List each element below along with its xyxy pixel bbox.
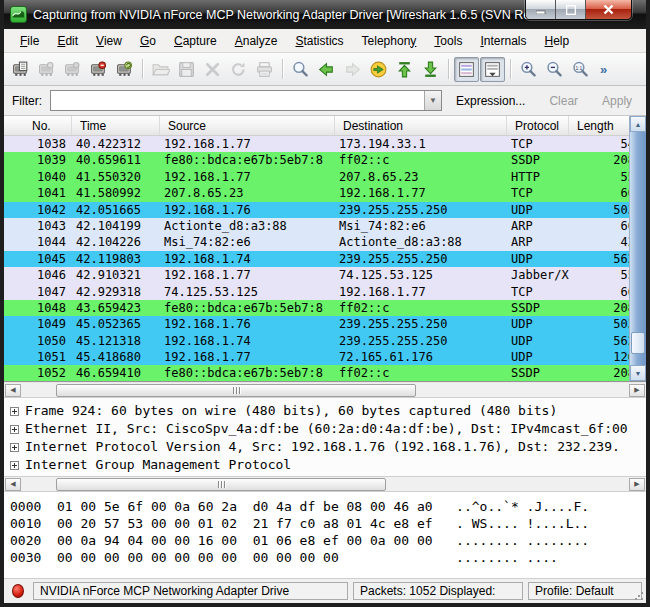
capture-stop-icon[interactable]	[86, 57, 111, 82]
menu-view[interactable]: View	[88, 31, 130, 51]
cell-no: 1041	[4, 185, 72, 201]
menu-capture[interactable]: Capture	[166, 31, 225, 51]
detail-line[interactable]: Frame 924: 60 bytes on wire (480 bits), …	[8, 402, 646, 420]
packet-row[interactable]: 105045.121318192.168.1.74239.255.255.250…	[4, 333, 629, 349]
toolbar-separator	[282, 59, 283, 79]
go-to-top-icon[interactable]	[392, 57, 417, 82]
toolbar-separator	[510, 59, 511, 79]
cell-protocol: SSDP	[507, 152, 569, 168]
close-icon	[603, 4, 614, 15]
column-header-length[interactable]: Length	[569, 116, 629, 135]
packet-row[interactable]: 103840.422312192.168.1.77173.194.33.1TCP…	[4, 136, 629, 152]
cell-time: 40.422312	[72, 136, 160, 152]
detail-line[interactable]: Internet Protocol Version 4, Src: 192.16…	[8, 438, 646, 456]
capture-restart-icon[interactable]	[112, 57, 137, 82]
cell-protocol: ARP	[507, 234, 569, 250]
cell-length: 562	[569, 251, 629, 267]
packet-row[interactable]: 103940.659611fe80::bdca:e67b:5eb7:8ff02:…	[4, 152, 629, 168]
minimize-button[interactable]	[526, 0, 556, 19]
resize-grip[interactable]	[634, 591, 644, 601]
packet-row[interactable]: 104542.119803192.168.1.74239.255.255.250…	[4, 251, 629, 267]
expression-button[interactable]: Expression...	[456, 94, 525, 108]
capture-start-icon	[60, 57, 85, 82]
cell-destination: 74.125.53.125	[335, 267, 507, 283]
maximize-icon	[566, 5, 576, 15]
close-button[interactable]	[586, 0, 631, 19]
packet-row[interactable]: 104945.052365192.168.1.76239.255.255.250…	[4, 316, 629, 332]
overflow-chevron-icon[interactable]: »	[600, 62, 607, 77]
scroll-up-button[interactable]: ▲	[630, 116, 646, 132]
find-packet-icon[interactable]	[288, 57, 313, 82]
reload-icon	[226, 57, 251, 82]
cell-time: 42.910321	[72, 267, 160, 283]
column-header-destination[interactable]: Destination	[335, 116, 507, 135]
filter-dropdown-button[interactable]: ▼	[424, 91, 441, 110]
cell-source: 192.168.1.77	[160, 349, 335, 365]
expand-plus-icon[interactable]	[10, 425, 19, 434]
scroll-left-button[interactable]: ◀	[5, 384, 21, 397]
menu-file[interactable]: File	[12, 31, 47, 51]
packet-row[interactable]: 104141.580992207.8.65.23192.168.1.77TCP6…	[4, 185, 629, 201]
column-header-no[interactable]: No.	[4, 116, 72, 135]
packet-row[interactable]: 104642.910321192.168.1.7774.125.53.125Ja…	[4, 267, 629, 283]
scroll-right-button[interactable]: ▶	[629, 478, 645, 491]
expand-plus-icon[interactable]	[10, 461, 19, 470]
zoom-out-icon[interactable]	[542, 57, 567, 82]
filter-input[interactable]	[51, 91, 424, 110]
scroll-down-button[interactable]: ▼	[630, 365, 646, 381]
cell-time: 45.121318	[72, 333, 160, 349]
menu-edit[interactable]: Edit	[49, 31, 86, 51]
colorize-toggle-icon[interactable]	[454, 57, 479, 82]
menu-telephony[interactable]: Telephony	[354, 31, 425, 51]
packet-list-horizontal-scrollbar[interactable]: ◀ ▶	[4, 383, 646, 398]
detail-line[interactable]: Ethernet II, Src: CiscoSpv_4a:df:be (60:…	[8, 420, 646, 438]
clear-button: Clear	[549, 94, 578, 108]
go-to-packet-icon[interactable]	[366, 57, 391, 82]
packet-row[interactable]: 104442.104226Msi_74:82:e6Actionte_d8:a3:…	[4, 234, 629, 250]
packet-row[interactable]: 104843.659423fe80::bdca:e67b:5eb7:8ff02:…	[4, 300, 629, 316]
zoom-normal-icon[interactable]: 1:1	[568, 57, 593, 82]
packet-row[interactable]: 105145.418680192.168.1.7772.165.61.176UD…	[4, 349, 629, 365]
packet-row[interactable]: 104742.92931874.125.53.125192.168.1.77TC…	[4, 284, 629, 300]
scroll-thumb[interactable]	[56, 478, 386, 491]
scroll-left-button[interactable]: ◀	[5, 478, 21, 491]
list-interfaces-icon[interactable]	[8, 57, 33, 82]
scroll-thumb[interactable]	[631, 332, 645, 354]
go-to-bottom-icon[interactable]	[418, 57, 443, 82]
menu-analyze[interactable]: Analyze	[227, 31, 286, 51]
title-bar[interactable]: Capturing from NVIDIA nForce MCP Network…	[4, 0, 646, 29]
cell-time: 42.119803	[72, 251, 160, 267]
menu-statistics[interactable]: Statistics	[287, 31, 351, 51]
autoscroll-toggle-icon[interactable]	[480, 57, 505, 82]
zoom-in-icon[interactable]	[516, 57, 541, 82]
cell-destination: 239.255.255.250	[335, 316, 507, 332]
scroll-track[interactable]	[630, 132, 646, 365]
menu-help[interactable]: Help	[537, 31, 578, 51]
column-header-time[interactable]: Time	[72, 116, 160, 135]
maximize-button[interactable]	[556, 0, 586, 19]
column-header-source[interactable]: Source	[160, 116, 335, 135]
menu-tools[interactable]: Tools	[426, 31, 470, 51]
status-packet-count: Packets: 1052 Displayed:	[353, 582, 523, 600]
cell-length: 60	[569, 185, 629, 201]
scroll-thumb[interactable]	[56, 384, 416, 397]
packet-row[interactable]: 104041.550320192.168.1.77207.8.65.23HTTP…	[4, 169, 629, 185]
packet-row[interactable]: 104342.104199Actionte_d8:a3:88Msi_74:82:…	[4, 218, 629, 234]
go-back-icon[interactable]	[314, 57, 339, 82]
expand-plus-icon[interactable]	[10, 443, 19, 452]
detail-line[interactable]: Internet Group Management Protocol	[8, 456, 646, 474]
packet-list-vertical-scrollbar[interactable]: ▲ ▼	[629, 116, 646, 381]
scroll-right-button[interactable]: ▶	[629, 384, 645, 397]
menu-internals[interactable]: Internals	[472, 31, 534, 51]
expand-plus-icon[interactable]	[10, 407, 19, 416]
cell-protocol: HTTP	[507, 169, 569, 185]
menu-go[interactable]: Go	[132, 31, 164, 51]
capture-options-icon	[34, 57, 59, 82]
column-header-protocol[interactable]: Protocol	[507, 116, 569, 135]
packet-row[interactable]: 105246.659410fe80::bdca:e67b:5eb7:8ff02:…	[4, 365, 629, 381]
cell-source: Actionte_d8:a3:88	[160, 218, 335, 234]
packet-row[interactable]: 104242.051665192.168.1.76239.255.255.250…	[4, 202, 629, 218]
cell-no: 1046	[4, 267, 72, 283]
details-horizontal-scrollbar[interactable]: ◀ ▶	[4, 477, 646, 492]
cell-no: 1049	[4, 316, 72, 332]
